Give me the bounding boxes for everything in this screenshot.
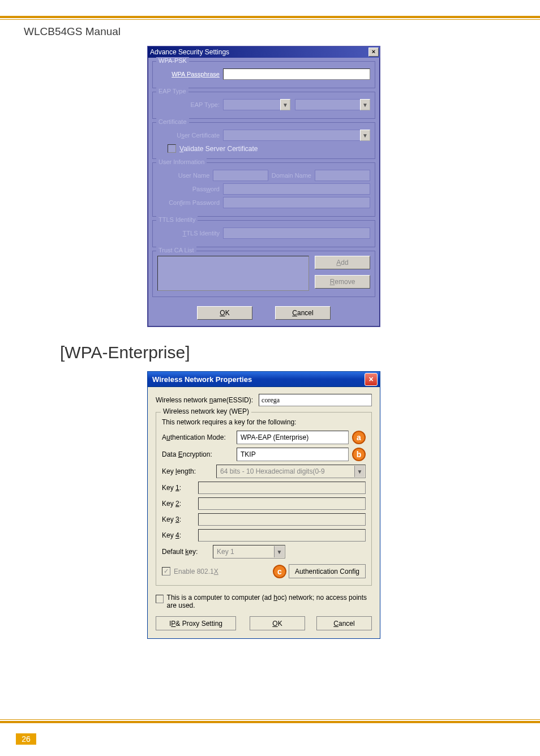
key-length-label: Key length: — [162, 467, 216, 475]
key3-input — [198, 513, 366, 526]
authentication-config-button[interactable]: Authentication Config — [289, 564, 366, 578]
key-length-value: 64 bits - 10 Hexadecimal digits(0-9 — [220, 467, 325, 475]
user-information-group: User Information User Name Domain Name P… — [152, 162, 375, 217]
enable-8021x-label: Enable 802.1X — [174, 568, 218, 575]
chevron-down-icon: ▼ — [360, 99, 370, 110]
wpa-psk-group: WPA-PSK WPA Passphrase — [152, 61, 375, 88]
eap-type-select-2 — [295, 99, 361, 110]
close-icon[interactable]: × — [368, 48, 379, 57]
advance-security-settings-window: Advance Security Settings × WPA-PSK WPA … — [147, 46, 380, 327]
trust-ca-listbox — [157, 256, 309, 291]
data-encryption-value: TKIP — [241, 450, 256, 458]
remove-button: Remove — [315, 275, 370, 289]
key4-label: Key 4: — [162, 531, 198, 539]
key1-label: Key 1: — [162, 484, 198, 492]
ok-button[interactable]: OK — [197, 306, 252, 320]
eap-type-select-1 — [223, 99, 281, 110]
eap-type-label: EAP Type: — [157, 101, 220, 108]
data-encryption-label: Data Encryption: — [162, 450, 237, 458]
ok-button[interactable]: OK — [250, 616, 305, 630]
default-key-value: Key 1 — [217, 548, 234, 556]
trust-ca-list-group: Trust CA List Add Remove — [152, 251, 375, 297]
chevron-down-icon: ▼ — [280, 99, 290, 110]
group-legend: Wireless network key (WEP) — [161, 407, 251, 415]
key-length-select: 64 bits - 10 Hexadecimal digits(0-9 ▼ — [216, 465, 366, 478]
user-certificate-select — [223, 130, 361, 141]
wep-group: Wireless network key (WEP) This network … — [156, 412, 372, 586]
section-heading: [WPA-Enterprise] — [60, 343, 540, 362]
user-certificate-label: User Certificate — [157, 132, 220, 139]
username-label: User Name — [157, 172, 209, 179]
group-legend: WPA-PSK — [156, 57, 189, 64]
group-legend: Trust CA List — [156, 247, 196, 254]
essid-input[interactable]: corega — [259, 394, 372, 406]
cancel-button[interactable]: Cancel — [316, 616, 372, 630]
group-legend: TTLS Identity — [156, 216, 198, 223]
data-encryption-select[interactable]: TKIP — [237, 448, 349, 461]
essid-label: Wireless network name(ESSID): — [156, 396, 253, 404]
wep-description: This network requires a key for the foll… — [162, 418, 366, 426]
ttls-identity-input — [223, 227, 370, 239]
enable-8021x-checkbox — [162, 567, 170, 575]
callout-a: a — [352, 431, 366, 444]
ttls-identity-group: TTLS Identity TTLS Identity — [152, 220, 375, 247]
page-number: 26 — [16, 733, 36, 745]
adhoc-label: This is a computer to computer (ad hoc) … — [167, 594, 372, 609]
eap-type-group: EAP Type EAP Type: ▼ ▼ — [152, 92, 375, 119]
window-titlebar: Wireless Network Properties × — [148, 372, 380, 387]
group-legend: EAP Type — [156, 88, 188, 94]
adhoc-checkbox[interactable] — [156, 595, 164, 603]
key1-input — [198, 482, 366, 494]
username-input — [213, 170, 268, 181]
chevron-down-icon: ▼ — [354, 466, 365, 477]
cancel-button[interactable]: Cancel — [275, 306, 331, 320]
callout-c: c — [273, 565, 286, 578]
certificate-group: Certificate User Certificate ▼ Validate … — [152, 122, 375, 159]
group-legend: Certificate — [156, 118, 189, 125]
password-label: Password — [157, 186, 220, 192]
page-header: WLCB54GS Manual — [24, 25, 540, 38]
auth-mode-select[interactable]: WPA-EAP (Enterprise) — [237, 431, 349, 444]
confirm-password-label: Confirm Password — [157, 199, 220, 206]
default-key-label: Default key: — [162, 548, 213, 556]
auth-mode-value: WPA-EAP (Enterprise) — [241, 433, 308, 441]
chevron-down-icon: ▼ — [274, 546, 284, 557]
chevron-down-icon: ▼ — [360, 130, 370, 141]
auth-mode-label: Authentication Mode: — [162, 433, 237, 441]
add-button: Add — [315, 256, 370, 269]
ip-proxy-setting-button[interactable]: IP & Proxy Setting — [156, 616, 236, 630]
key2-input — [198, 497, 366, 510]
validate-server-cert-label: Validate Server Certificate — [179, 145, 258, 153]
default-key-select: Key 1 ▼ — [213, 545, 285, 559]
domain-name-input — [315, 170, 370, 181]
key3-label: Key 3: — [162, 516, 198, 523]
window-title: Advance Security Settings — [150, 48, 229, 56]
group-legend: User Information — [156, 158, 207, 165]
window-title: Wireless Network Properties — [152, 375, 252, 384]
key4-input — [198, 529, 366, 542]
key2-label: Key 2: — [162, 500, 198, 508]
wpa-passphrase-label: WPA Passphrase — [157, 71, 220, 78]
window-titlebar: Advance Security Settings × — [148, 46, 380, 58]
confirm-password-input — [223, 197, 370, 208]
validate-server-cert-checkbox — [168, 144, 176, 153]
close-icon[interactable]: × — [365, 373, 378, 386]
ttls-identity-label: TTLS Identity — [157, 230, 220, 237]
wpa-passphrase-input[interactable] — [223, 68, 370, 80]
wireless-network-properties-window: Wireless Network Properties × Wireless n… — [147, 371, 380, 639]
domain-name-label: Domain Name — [268, 172, 311, 179]
callout-b: b — [352, 448, 366, 461]
password-input — [223, 183, 370, 195]
